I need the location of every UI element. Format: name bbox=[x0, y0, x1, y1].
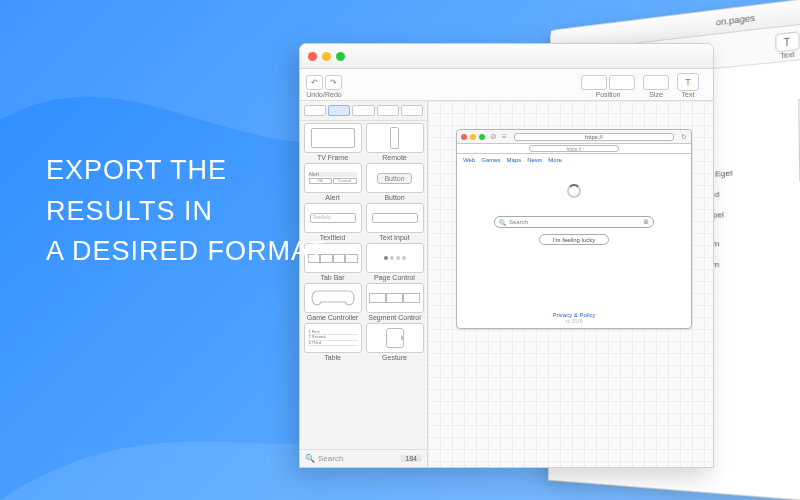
nav-link[interactable]: More bbox=[548, 157, 562, 163]
editor-toolbar: ↶ ↷ Undo/Redo Position Size T Text bbox=[300, 69, 713, 101]
tb-position: Position bbox=[581, 75, 635, 98]
lib-tab[interactable] bbox=[328, 105, 350, 116]
hero-line: A DESIRED FORMAT bbox=[46, 231, 326, 272]
zoom-icon bbox=[479, 134, 485, 140]
lib-item-page-control[interactable]: Page Control bbox=[365, 243, 424, 281]
library-count-badge: 184 bbox=[400, 455, 422, 462]
pos-y-field[interactable] bbox=[609, 75, 635, 90]
pages-title: on.pages bbox=[716, 12, 755, 27]
tb-undo-redo: ↶ ↷ Undo/Redo bbox=[306, 75, 342, 98]
lib-item-button[interactable]: ButtonButton bbox=[365, 163, 424, 201]
editor-window: ↶ ↷ Undo/Redo Position Size T Text bbox=[299, 43, 714, 468]
tb-size: Size bbox=[643, 75, 669, 98]
lucky-button[interactable]: I'm feeling lucky bbox=[539, 234, 609, 245]
minimize-icon[interactable] bbox=[322, 52, 331, 61]
search-icon: 🔍 bbox=[499, 219, 506, 226]
size-w-field[interactable] bbox=[643, 75, 669, 90]
hero-line: EXPORT THE bbox=[46, 150, 326, 191]
spinner-icon bbox=[567, 184, 581, 198]
tb-text[interactable]: T Text bbox=[677, 73, 699, 98]
nav-link[interactable]: Games bbox=[481, 157, 500, 163]
copyright: cc 2019 bbox=[457, 318, 691, 324]
zoom-icon[interactable] bbox=[336, 52, 345, 61]
hero-headline: EXPORT THE RESULTS IN A DESIRED FORMAT bbox=[46, 150, 326, 272]
address-bar-secondary[interactable]: https:// bbox=[529, 145, 619, 152]
back-icon: ⊘ bbox=[490, 132, 497, 141]
canvas[interactable]: ⊘ ≡ https:// ↻ https:// Web Games Maps N… bbox=[428, 101, 713, 467]
mock-search-field[interactable]: 🔍 Search ⊗ bbox=[494, 216, 654, 228]
hero-line: RESULTS IN bbox=[46, 191, 326, 232]
close-icon bbox=[461, 134, 467, 140]
lib-tab[interactable] bbox=[377, 105, 399, 116]
lib-tab[interactable] bbox=[304, 105, 326, 116]
pos-x-field[interactable] bbox=[581, 75, 607, 90]
close-icon[interactable] bbox=[308, 52, 317, 61]
lib-item-gesture[interactable]: Gesture bbox=[365, 323, 424, 361]
clear-icon[interactable]: ⊗ bbox=[643, 218, 649, 226]
undo-button[interactable]: ↶ bbox=[306, 75, 323, 90]
lib-item-text-input[interactable]: Text Input bbox=[365, 203, 424, 241]
lib-item-remote[interactable]: Remote bbox=[365, 123, 424, 161]
nav-links: Web Games Maps News More bbox=[457, 154, 691, 166]
forward-icon: ≡ bbox=[502, 132, 507, 141]
lib-item-segment-control[interactable]: Segment Control bbox=[365, 283, 424, 321]
library-search[interactable]: 🔍 Search 184 bbox=[300, 449, 427, 467]
lib-tab[interactable] bbox=[352, 105, 374, 116]
search-icon: 🔍 bbox=[305, 454, 315, 463]
mock-browser-wireframe[interactable]: ⊘ ≡ https:// ↻ https:// Web Games Maps N… bbox=[456, 129, 692, 329]
lib-item-game-controller[interactable]: Game Controller bbox=[303, 283, 362, 321]
library-category-tabs[interactable] bbox=[300, 101, 427, 121]
lib-tab[interactable] bbox=[401, 105, 423, 116]
pages-tb-text[interactable]: TText bbox=[775, 31, 800, 59]
nav-link[interactable]: Web bbox=[463, 157, 475, 163]
editor-titlebar[interactable] bbox=[300, 44, 713, 69]
nav-link[interactable]: News bbox=[527, 157, 542, 163]
reload-icon: ↻ bbox=[681, 133, 687, 141]
address-bar[interactable]: https:// bbox=[514, 133, 674, 141]
redo-button[interactable]: ↷ bbox=[325, 75, 342, 90]
minimize-icon bbox=[470, 134, 476, 140]
nav-link[interactable]: Maps bbox=[507, 157, 522, 163]
lib-item-table[interactable]: 1 First2 Second3 ThirdTable bbox=[303, 323, 362, 361]
